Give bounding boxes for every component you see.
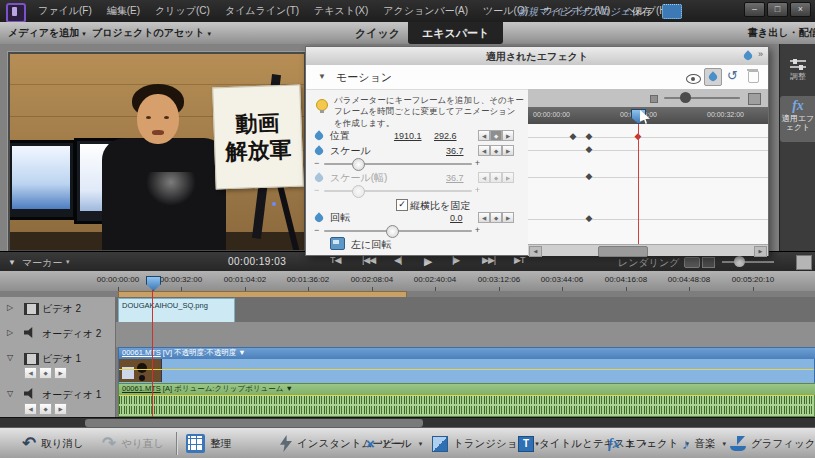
volume-rubber-band[interactable] <box>119 395 814 396</box>
tools-button[interactable]: × ツール ▾ <box>366 428 422 458</box>
organize-button[interactable]: 整理 <box>186 428 231 458</box>
reset-icon[interactable]: ↺ <box>727 68 738 83</box>
rotation-value[interactable]: 0.0 <box>450 213 463 223</box>
slider-track[interactable] <box>324 163 472 165</box>
prev-keyframe-icon[interactable]: ◀ <box>478 212 490 223</box>
stopwatch-droplet-icon[interactable] <box>313 212 324 223</box>
sidebar-item-applied-effects[interactable]: fx 適用エフェクト <box>780 96 815 142</box>
undo-button[interactable]: ↶ 取り消し <box>22 428 84 458</box>
next-keyframe-icon[interactable]: ▶ <box>502 212 514 223</box>
rotate-left-button[interactable]: 左に回転 <box>330 237 391 253</box>
keyframe-diamond[interactable]: ◆ <box>586 131 593 141</box>
effect-row-motion[interactable]: ▼ モーション ↺ <box>306 65 768 90</box>
current-timecode[interactable]: 00:00:19:03 <box>228 256 286 267</box>
prev-keyframe-icon[interactable]: ◀ <box>478 130 490 141</box>
timeline-zoom-thumb[interactable] <box>734 256 745 267</box>
play-button[interactable]: ▶ <box>424 255 431 268</box>
zoom-out-icon[interactable] <box>650 95 658 103</box>
track-content-audio2[interactable] <box>115 322 815 348</box>
prev-keyframe-icon[interactable]: ◀ <box>24 367 37 379</box>
next-keyframe-icon[interactable]: ▶ <box>502 130 514 141</box>
twirl-expanded-icon[interactable]: ▽ <box>7 353 13 362</box>
timeline-zoom-track[interactable] <box>722 261 774 263</box>
position-x-value[interactable]: 1910.1 <box>394 131 422 141</box>
close-button[interactable]: × <box>790 2 811 17</box>
scrollbar-thumb[interactable] <box>85 419 423 427</box>
scrollbar-thumb[interactable] <box>598 246 648 257</box>
opacity-rubber-band[interactable] <box>119 369 814 370</box>
prev-keyframe-icon[interactable]: ◀ <box>24 403 37 415</box>
keyframe-ruler[interactable]: 00:00:00:00 00:00:16:00 00:00:32:00 <box>528 107 768 125</box>
audio-meter-icon[interactable] <box>684 257 700 268</box>
delete-effect-icon[interactable] <box>748 71 759 83</box>
menu-text[interactable]: テキスト(X) <box>314 4 368 18</box>
zoom-slider-track[interactable] <box>664 97 740 99</box>
video-preview[interactable]: 動画 解放軍 <box>8 52 306 252</box>
panel-more-icon[interactable]: » <box>758 49 763 59</box>
next-keyframe-icon[interactable]: ▶ <box>54 367 67 379</box>
track-content-audio1[interactable]: 00061.MTS [A] ボリューム:クリップボリューム ▼ <box>115 383 815 418</box>
marker-dropdown[interactable]: マーカー <box>22 256 62 270</box>
scroll-left-icon[interactable]: ◀ <box>529 246 542 257</box>
add-keyframe-icon[interactable]: ◆ <box>490 212 502 223</box>
maximize-button[interactable]: □ <box>767 2 788 17</box>
twirl-open-icon[interactable]: ▼ <box>318 72 326 81</box>
menu-edit[interactable]: 編集(E) <box>107 4 140 18</box>
add-media-button[interactable]: メディアを追加▾ <box>8 26 86 40</box>
stopwatch-droplet-icon[interactable] <box>313 145 324 156</box>
toggle-animation-button[interactable] <box>704 68 722 86</box>
position-y-value[interactable]: 292.6 <box>434 131 457 141</box>
panel-header[interactable]: 適用されたエフェクト » <box>306 47 768 66</box>
rendering-button[interactable]: レンダリング <box>618 256 679 270</box>
menu-timeline[interactable]: タイムライン(T) <box>225 4 299 18</box>
zoom-in-icon[interactable] <box>748 93 761 105</box>
effects-button[interactable]: fx エフェクト ▾ <box>608 428 689 458</box>
go-to-start-button[interactable]: |◀◀ <box>362 255 375 265</box>
track-content-video1[interactable]: 00061.MTS [V] 不透明度:不透明度 ▼ <box>115 347 815 384</box>
prev-keyframe-icon[interactable]: ◀ <box>478 145 490 156</box>
app-icon[interactable] <box>6 3 26 23</box>
tab-expert[interactable]: エキスパート <box>408 22 503 44</box>
twirl-closed-icon[interactable]: ▷ <box>7 328 13 337</box>
step-forward-button[interactable]: |▶ <box>452 255 459 265</box>
track-content-video2[interactable]: DOUGAKAIHOU_SQ.png <box>115 297 815 323</box>
redo-button[interactable]: ↷ やり直し <box>102 428 164 458</box>
add-keyframe-icon[interactable]: ◆ <box>490 130 502 141</box>
keyframe-diamond[interactable]: ◆ <box>586 171 593 181</box>
marker-icon[interactable]: ▼ <box>8 258 16 267</box>
export-share-button[interactable]: 書き出し・配信▾ <box>748 26 815 40</box>
project-assets-button[interactable]: プロジェクトのアセット▾ <box>92 26 211 40</box>
save-button[interactable]: 保存 <box>632 5 652 19</box>
clip-dougakaihou-png[interactable]: DOUGAKAIHOU_SQ.png <box>118 298 235 324</box>
clip-00061-audio[interactable]: 00061.MTS [A] ボリューム:クリップボリューム ▼ <box>118 383 815 417</box>
keyframe-graph-area[interactable]: ◆ ◆ ◆ ◆ ◆ ◆ <box>528 124 768 244</box>
sidebar-item-adjust[interactable]: 調整 <box>780 54 815 94</box>
constrain-checkbox[interactable]: ✓ <box>396 199 408 211</box>
graphics-button[interactable]: グラフィック ▾ <box>730 428 815 458</box>
keyframe-diamond[interactable]: ◆ <box>570 131 577 141</box>
next-keyframe-icon[interactable]: ▶ <box>54 403 67 415</box>
menu-actionbar[interactable]: アクションバー(A) <box>383 4 468 18</box>
zoom-slider-thumb[interactable] <box>680 92 691 103</box>
go-to-end-button[interactable]: ▶▶| <box>482 255 495 265</box>
music-button[interactable]: ♪ 音楽 ▾ <box>682 428 726 458</box>
next-keyframe-icon[interactable]: ▶ <box>502 145 514 156</box>
menu-file[interactable]: ファイル(F) <box>38 4 92 18</box>
stopwatch-droplet-icon[interactable] <box>313 130 324 141</box>
next-keyframe-button[interactable]: ▶T <box>514 255 524 265</box>
scroll-right-icon[interactable]: ▶ <box>754 246 767 257</box>
visibility-eye-icon[interactable] <box>686 74 701 84</box>
step-back-button[interactable]: ◀| <box>394 255 401 265</box>
clip-00061-video[interactable]: 00061.MTS [V] 不透明度:不透明度 ▼ <box>118 347 815 384</box>
minimize-button[interactable]: – <box>744 2 765 17</box>
tab-quick[interactable]: クイック <box>355 26 400 41</box>
timeline-ruler[interactable]: 00:00:00:00 00:00:32:00 00:01:04:02 00:0… <box>0 271 815 292</box>
scale-value[interactable]: 36.7 <box>446 146 464 156</box>
prev-keyframe-button[interactable]: T◀ <box>330 255 340 265</box>
keyframe-diamond[interactable]: ◆ <box>586 144 593 154</box>
keyframe-diamond[interactable]: ◆ <box>586 213 593 223</box>
add-keyframe-icon[interactable]: ◆ <box>490 145 502 156</box>
twirl-expanded-icon[interactable]: ▽ <box>7 389 13 398</box>
slider-thumb[interactable] <box>352 158 365 171</box>
snap-icon[interactable] <box>702 257 715 268</box>
